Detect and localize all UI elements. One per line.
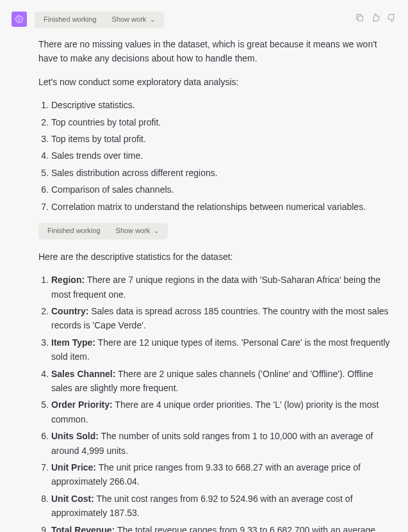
stat-term: Total Revenue: [51, 525, 115, 532]
list-item: Descriptive statistics. [38, 98, 396, 112]
openai-icon [14, 14, 24, 24]
list-item: Top items by total profit. [38, 132, 396, 146]
message-header: Finished working Show work ⌄ [12, 12, 396, 28]
show-work-label: Show work [112, 14, 147, 26]
paragraph: Here are the descriptive statistics for … [38, 250, 396, 264]
list-item: Correlation matrix to understand the rel… [38, 200, 396, 214]
chevron-down-icon: ⌄ [154, 226, 159, 236]
stat-text: There are 7 unique regions in the data w… [51, 275, 380, 299]
message-content: There are no missing values in the datas… [38, 37, 396, 532]
code-status-pill: Finished working Show work ⌄ [35, 12, 164, 28]
stat-term: Units Sold: [51, 431, 99, 441]
stat-term: Country: [51, 306, 88, 316]
copy-icon[interactable] [355, 12, 364, 27]
status-text: Finished working [47, 225, 101, 237]
show-work-label: Show work [116, 225, 151, 237]
thumbs-up-icon[interactable] [371, 12, 380, 27]
stat-term: Region: [51, 275, 85, 285]
assistant-avatar [12, 12, 27, 27]
list-item: Order Priority: There are 4 unique order… [38, 398, 396, 426]
stat-term: Order Priority: [51, 399, 113, 410]
stat-text: There are 12 unique types of items. 'Per… [51, 337, 390, 362]
svg-point-0 [16, 16, 23, 23]
list-item: Sales Channel: There are 2 unique sales … [38, 367, 396, 396]
show-work-toggle[interactable]: Show work ⌄ [112, 14, 156, 26]
chevron-down-icon: ⌄ [150, 15, 155, 25]
stat-term: Sales Channel: [51, 369, 115, 379]
list-item: Top countries by total profit. [38, 115, 396, 129]
message-actions [355, 12, 396, 27]
list-item: Sales trends over time. [38, 149, 396, 163]
show-work-toggle[interactable]: Show work ⌄ [116, 225, 159, 237]
svg-rect-1 [358, 16, 363, 21]
stat-text: The number of units sold ranges from 1 t… [51, 431, 373, 455]
desc-stats-list: Region: There are 7 unique regions in th… [38, 273, 396, 532]
stat-text: The unit price ranges from 9.33 to 668.2… [51, 462, 361, 487]
list-item: Country: Sales data is spread across 185… [38, 304, 396, 333]
code-status-pill: Finished working Show work ⌄ [38, 223, 168, 239]
stat-term: Unit Price: [51, 462, 96, 472]
list-item: Unit Cost: The unit cost ranges from 6.9… [38, 492, 396, 520]
list-item: Comparison of sales channels. [38, 182, 396, 197]
paragraph: Let's now conduct some exploratory data … [38, 75, 396, 89]
thumbs-down-icon[interactable] [387, 12, 396, 27]
paragraph: There are no missing values in the datas… [38, 37, 396, 66]
stat-text: Sales data is spread across 185 countrie… [51, 306, 389, 330]
status-text: Finished working [44, 14, 97, 26]
list-item: Units Sold: The number of units sold ran… [38, 429, 396, 458]
eda-list: Descriptive statistics.Top countries by … [38, 98, 396, 214]
stat-term: Item Type: [51, 337, 95, 348]
list-item: Unit Price: The unit price ranges from 9… [38, 460, 396, 489]
list-item: Total Revenue: The total revenue ranges … [38, 523, 396, 532]
list-item: Region: There are 7 unique regions in th… [38, 273, 396, 302]
stat-text: The unit cost ranges from 6.92 to 524.96… [51, 494, 353, 518]
stat-term: Unit Cost: [51, 494, 94, 504]
list-item: Item Type: There are 12 unique types of … [38, 335, 396, 364]
list-item: Sales distribution across different regi… [38, 166, 396, 180]
